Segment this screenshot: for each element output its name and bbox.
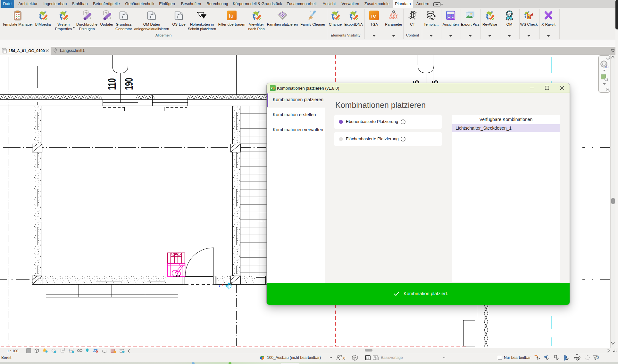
svg-text:110: 110: [105, 78, 118, 90]
svg-text:2D: 2D: [605, 65, 608, 69]
svg-text:p: p: [273, 86, 275, 90]
svg-text::0: :0: [342, 356, 345, 360]
svg-text:190: 190: [122, 78, 135, 90]
